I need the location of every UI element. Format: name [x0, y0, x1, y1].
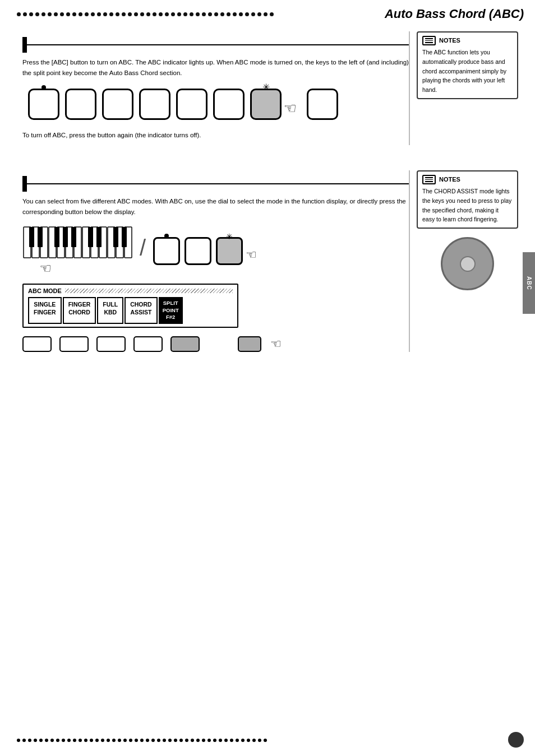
header-dot-13: [97, 12, 101, 16]
header-dot-8: [66, 12, 70, 16]
notes1-text: The ABC function lets you automatically …: [422, 48, 513, 95]
section2-sidebar: NOTES The CHORD ASSIST mode lights the k…: [409, 170, 518, 352]
section1: Press the [ABC] button to turn on ABC. T…: [0, 29, 535, 148]
notes1-header: NOTES: [422, 36, 513, 45]
bottom-dot-33: [202, 739, 205, 742]
bottom-dot-29: [179, 739, 183, 742]
s2-btn-1: [153, 237, 180, 265]
abc-mode-box: ABC MODE SINGLE FINGER FINGER CHORD: [22, 284, 238, 328]
bottom-dots-bar: [17, 739, 518, 742]
abc-btn-full-kbd[interactable]: FULL KBD: [97, 297, 123, 324]
section2-bottom-buttons: ☞: [22, 336, 409, 352]
header-dot-26: [177, 12, 181, 16]
header-dot-39: [257, 12, 261, 16]
abc-btn-single-finger[interactable]: SINGLE FINGER: [28, 297, 62, 324]
svg-rect-18: [88, 227, 93, 247]
header-dots: [17, 12, 385, 16]
header-dot-30: [202, 12, 206, 16]
notes2-text: The CHORD ASSIST mode lights the keys yo…: [422, 187, 513, 224]
bottom-dot-21: [135, 739, 138, 742]
header-dot-11: [85, 12, 89, 16]
header-dot-3: [35, 12, 39, 16]
bottom-dot-0: [17, 739, 20, 742]
s2-btn3-star: ✳: [226, 232, 233, 241]
bottom-dot-32: [196, 739, 200, 742]
header: Auto Bass Chord (ABC): [0, 0, 535, 26]
header-dot-14: [103, 12, 107, 16]
notes1-lines-icon: [425, 38, 433, 43]
dial-circle[interactable]: [441, 237, 494, 290]
btm-btn-3[interactable]: [96, 336, 126, 352]
button-2: [65, 89, 96, 120]
bottom-dot-39: [236, 739, 239, 742]
bottom-dot-31: [191, 739, 194, 742]
btm-btn-5-gray[interactable]: [170, 336, 200, 352]
btm-btn-2[interactable]: [59, 336, 89, 352]
section2-text1: You can select from five different ABC m…: [22, 196, 409, 217]
button-7-star: ✳: [262, 83, 270, 92]
dial-widget: [417, 237, 518, 290]
button-6: [213, 89, 245, 120]
header-dot-23: [159, 12, 163, 16]
right-tab-label: ABC: [526, 276, 532, 290]
bottom-dot-17: [112, 739, 116, 742]
piano-keyboard-svg: [22, 226, 132, 261]
hand-cursor-3: ☞: [270, 337, 282, 351]
bottom-dot-26: [163, 739, 166, 742]
header-dot-28: [190, 12, 193, 16]
dial-center: [460, 256, 476, 272]
svg-rect-13: [29, 227, 34, 247]
header-dot-2: [29, 12, 33, 16]
page: Auto Bass Chord (ABC) Press the [ABC] bu…: [0, 0, 535, 756]
svg-rect-21: [122, 227, 127, 247]
bottom-dot-1: [22, 739, 26, 742]
bottom-dot-2: [28, 739, 31, 742]
bottom-dot-11: [79, 739, 82, 742]
svg-rect-17: [71, 227, 76, 247]
bottom-dot-36: [219, 739, 222, 742]
bottom-dot-28: [174, 739, 177, 742]
abc-btn-finger-chord[interactable]: FINGER CHORD: [63, 297, 96, 324]
bottom-dot-34: [207, 739, 211, 742]
bottom-dot-9: [67, 739, 71, 742]
button-7-pressed: ✳ ☞: [250, 89, 282, 120]
page-title: Auto Bass Chord (ABC): [385, 7, 524, 21]
bottom-dot-27: [168, 739, 172, 742]
notes2-icon: [422, 175, 436, 184]
abc-btn-split-point[interactable]: SPLIT POINT F#2: [159, 297, 183, 324]
section1-header: [22, 37, 409, 53]
svg-rect-19: [96, 227, 102, 247]
s2-btn-3-active: ✳ ☞: [216, 237, 243, 265]
piano-illustration: ☞: [22, 226, 132, 276]
btm-btn-6-gray[interactable]: [238, 336, 261, 352]
section1-main: Press the [ABC] button to turn on ABC. T…: [22, 31, 409, 145]
abc-mode-stripe: [65, 289, 233, 293]
header-dot-31: [208, 12, 212, 16]
header-dot-36: [239, 12, 243, 16]
btm-btn-4[interactable]: [133, 336, 163, 352]
bottom-dot-20: [129, 739, 132, 742]
header-dot-5: [48, 12, 52, 16]
bottom-dot-8: [62, 739, 65, 742]
section2-notes: NOTES The CHORD ASSIST mode lights the k…: [417, 170, 518, 229]
button-1: [28, 89, 59, 120]
header-dot-1: [23, 12, 27, 16]
btm-btn-1[interactable]: [22, 336, 52, 352]
section1-line: [27, 44, 409, 46]
header-dot-32: [214, 12, 218, 16]
bottom-dot-23: [146, 739, 149, 742]
bottom-dot-16: [107, 739, 110, 742]
section1-bar: [22, 37, 27, 53]
s2-btn-2: [185, 237, 211, 265]
header-dot-21: [146, 12, 150, 16]
bottom-dot-13: [90, 739, 93, 742]
svg-rect-16: [63, 227, 68, 247]
header-dot-33: [220, 12, 224, 16]
header-dot-27: [183, 12, 187, 16]
bottom-dot-14: [95, 739, 99, 742]
bottom-dot-22: [140, 739, 144, 742]
header-dot-15: [109, 12, 113, 16]
bottom-dot-12: [84, 739, 87, 742]
abc-btn-chord-assist[interactable]: CHORD ASSIST: [124, 297, 158, 324]
section2-header: [22, 176, 409, 192]
